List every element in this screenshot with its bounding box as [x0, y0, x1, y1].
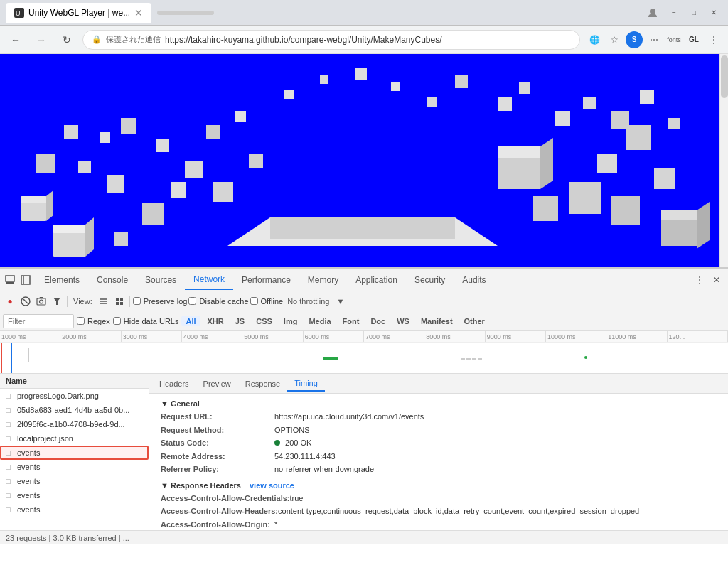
tab-console[interactable]: Console — [88, 271, 136, 289]
svg-rect-40 — [583, 97, 596, 109]
view-source-link[interactable]: view source — [250, 481, 294, 490]
filter-input[interactable] — [3, 314, 74, 328]
svg-rect-25 — [213, 182, 233, 202]
acac-key: Access-Control-Allow-Credentials: — [161, 492, 290, 505]
offline-checkbox[interactable] — [250, 297, 258, 305]
preserve-log-label[interactable]: Preserve log — [133, 297, 188, 306]
tab-memory[interactable]: Memory — [299, 271, 347, 289]
svg-rect-54 — [21, 276, 30, 284]
tab-close-button[interactable]: ✕ — [134, 7, 143, 18]
timeline-ruler: 1000 ms 2000 ms 3000 ms 4000 ms 5000 ms … — [0, 331, 728, 343]
acac-val: true — [290, 492, 304, 505]
request-url-row: Request URL: https://api.uca.cloud.unity… — [161, 411, 717, 423]
svg-rect-21 — [156, 139, 169, 152]
svg-rect-53 — [6, 282, 14, 284]
s-extension-icon[interactable]: S — [626, 31, 643, 48]
acah-key: Access-Control-Allow-Headers: — [161, 505, 278, 517]
file-item-3[interactable]: □ localproject.json — [0, 431, 149, 446]
filter-doc[interactable]: Doc — [366, 316, 390, 326]
url-bar[interactable]: 🔒 保護された通信 https://takahiro-kuyama.github… — [82, 30, 580, 50]
reload-button[interactable]: ↻ — [57, 30, 77, 50]
filter-ws[interactable]: WS — [392, 316, 414, 326]
disable-cache-checkbox[interactable] — [188, 297, 196, 305]
menu-icon[interactable]: ⋮ — [705, 31, 722, 48]
file-list-scroll[interactable]: □ progressLogo.Dark.png □ 05d8a683-aed1-… — [0, 389, 149, 528]
disable-cache-label[interactable]: Disable cache — [188, 297, 248, 306]
tab-audits[interactable]: Audits — [454, 271, 494, 289]
profile-icon[interactable] — [643, 4, 663, 21]
devtools-more-button[interactable]: ⋮ — [691, 271, 708, 289]
file-item-1[interactable]: □ 05d8a683-aed1-4d4b-aa5d-0b... — [0, 403, 149, 417]
filter-xhr[interactable]: XHR — [203, 316, 228, 326]
bookmark-icon[interactable]: ☆ — [606, 31, 623, 48]
filter-icon[interactable] — [50, 294, 64, 308]
filter-manifest[interactable]: Manifest — [417, 316, 457, 326]
svg-rect-30 — [569, 182, 601, 214]
filter-font[interactable]: Font — [338, 316, 364, 326]
file-item-5-events[interactable]: □ events — [0, 460, 149, 474]
fonts-label[interactable]: fonts — [665, 31, 682, 48]
acao-val: * — [274, 519, 277, 531]
devtools-undock-icon[interactable] — [18, 273, 33, 287]
detail-tab-preview[interactable]: Preview — [196, 377, 238, 391]
webgl-scrollbar-thumb[interactable] — [721, 55, 728, 98]
tab-performance[interactable]: Performance — [233, 271, 299, 289]
browser-titlebar: U Unity WebGL Player | we... ✕ − □ ✕ — [0, 0, 728, 26]
file-item-2[interactable]: □ 2f095f6c-a1b0-4708-b9ed-9d... — [0, 417, 149, 431]
tab-elements[interactable]: Elements — [36, 271, 88, 289]
devtools-panel: Elements Console Sources Network Perform… — [0, 267, 728, 544]
list-view-button[interactable] — [97, 294, 111, 308]
tab-network[interactable]: Network — [185, 270, 233, 290]
dots-extension-icon[interactable]: ⋯ — [646, 31, 663, 48]
forward-button[interactable]: → — [31, 30, 51, 50]
maximize-button[interactable]: □ — [685, 4, 702, 21]
tab-sources[interactable]: Sources — [136, 271, 185, 289]
acah-val: content-type,continuous_request,data_blo… — [278, 505, 639, 517]
detail-tab-headers[interactable]: Headers — [152, 377, 196, 391]
status-bar: 23 requests | 3.0 KB transferred | ... — [0, 530, 728, 544]
filter-all[interactable]: All — [181, 316, 200, 326]
camera-button[interactable] — [34, 294, 48, 308]
devtools-dock-icon[interactable] — [3, 273, 17, 287]
translate-icon[interactable]: 🌐 — [586, 31, 603, 48]
filter-img[interactable]: Img — [279, 316, 302, 326]
svg-rect-18 — [64, 125, 78, 139]
detail-tab-response[interactable]: Response — [238, 377, 288, 391]
minimize-button[interactable]: − — [665, 4, 682, 21]
request-method-key: Request Method: — [161, 424, 274, 436]
acao-row: Access-Control-Allow-Origin: * — [161, 519, 717, 531]
gl-extension-icon[interactable]: GL — [685, 31, 702, 48]
url-text: https://takahiro-kuyama.github.io/compar… — [165, 35, 442, 45]
tab-application[interactable]: Application — [347, 271, 406, 289]
svg-rect-37 — [661, 210, 697, 220]
regex-checkbox[interactable] — [77, 317, 85, 325]
svg-rect-67 — [116, 302, 119, 305]
request-url-val: https://api.uca.cloud.unity3d.com/v1/eve… — [274, 411, 424, 423]
filter-other[interactable]: Other — [460, 316, 489, 326]
back-button[interactable]: ← — [6, 30, 26, 50]
close-window-button[interactable]: ✕ — [705, 4, 722, 21]
devtools-close-button[interactable]: ✕ — [708, 271, 725, 289]
status-code-val: 200 OK — [274, 437, 311, 449]
hide-data-urls-label[interactable]: Hide data URLs — [113, 317, 179, 325]
detail-tab-timing[interactable]: Timing — [287, 376, 325, 392]
filter-js[interactable]: JS — [231, 316, 249, 326]
record-button[interactable]: ● — [3, 294, 17, 308]
regex-label[interactable]: Regex — [77, 317, 110, 325]
filter-css[interactable]: CSS — [252, 316, 277, 326]
file-item-7-events[interactable]: □ events — [0, 488, 149, 502]
file-item-4-events[interactable]: □ events — [0, 446, 149, 460]
offline-label[interactable]: Offline — [250, 297, 284, 306]
preserve-log-checkbox[interactable] — [133, 297, 141, 305]
tab-security[interactable]: Security — [406, 271, 454, 289]
grid-view-button[interactable] — [112, 294, 127, 308]
file-item-8-events[interactable]: □ events — [0, 502, 149, 517]
file-item-0[interactable]: □ progressLogo.Dark.png — [0, 389, 149, 403]
hide-data-urls-checkbox[interactable] — [113, 317, 121, 325]
filter-media[interactable]: Media — [304, 316, 335, 326]
file-item-6-events[interactable]: □ events — [0, 474, 149, 488]
clear-button[interactable] — [18, 294, 33, 308]
browser-tab[interactable]: U Unity WebGL Player | we... ✕ — [6, 3, 151, 23]
svg-point-2 — [650, 9, 655, 14]
webgl-scrollbar[interactable] — [719, 54, 728, 267]
